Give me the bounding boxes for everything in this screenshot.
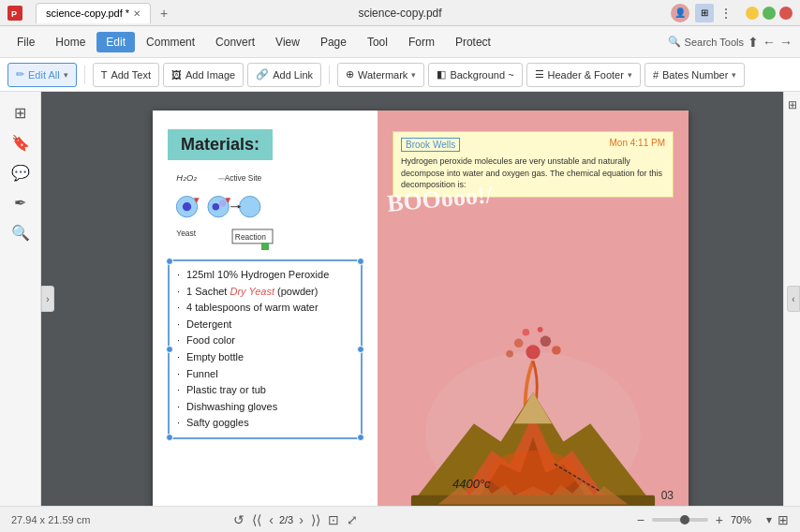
svg-point-20 bbox=[514, 338, 524, 347]
edit-all-dropdown-icon: ▾ bbox=[64, 70, 68, 80]
collapse-right-button[interactable]: ‹ bbox=[787, 286, 800, 312]
sidebar-icon-grid[interactable]: ⊞ bbox=[9, 101, 32, 124]
svg-text:Reaction: Reaction bbox=[235, 232, 266, 242]
edit-all-button[interactable]: ✏ Edit All ▾ bbox=[7, 63, 77, 87]
svg-point-12 bbox=[240, 197, 260, 217]
forward-icon[interactable]: → bbox=[779, 35, 793, 50]
sel-handle-tl[interactable] bbox=[166, 258, 173, 265]
add-text-button[interactable]: T Add Text bbox=[93, 63, 159, 87]
nav-expand-button[interactable]: ⤢ bbox=[345, 512, 360, 527]
bates-dropdown-icon: ▾ bbox=[732, 70, 736, 80]
sidebar-icon-search[interactable]: 🔍 bbox=[9, 221, 32, 244]
zoom-dropdown-icon[interactable]: ▾ bbox=[766, 513, 772, 526]
list-item: Food color bbox=[177, 332, 353, 349]
nav-prev-button[interactable]: ‹ bbox=[267, 512, 275, 527]
menu-form[interactable]: Form bbox=[399, 32, 444, 52]
nav-fit-button[interactable]: ⊡ bbox=[326, 512, 341, 527]
zoom-in-button[interactable]: + bbox=[714, 512, 725, 527]
sidebar-icon-bookmark[interactable]: 🔖 bbox=[9, 131, 32, 154]
menu-tool[interactable]: Tool bbox=[358, 32, 397, 52]
search-icon: 🔍 bbox=[668, 36, 681, 48]
page-right: Brook Wells Mon 4:11 PM Hydrogen peroxid… bbox=[378, 111, 689, 506]
svg-text:Yeast: Yeast bbox=[176, 229, 196, 238]
active-tab[interactable]: science-copy.pdf * ✕ bbox=[36, 3, 151, 23]
menu-bar: File Home Edit Comment Convert View Page… bbox=[0, 26, 800, 58]
menu-file[interactable]: File bbox=[7, 32, 44, 52]
svg-point-27 bbox=[488, 451, 578, 495]
sel-handle-ml[interactable] bbox=[166, 346, 173, 353]
main-area: ⊞ 🔖 💬 ✒ 🔍 › Materials: H₂O₂ bbox=[0, 92, 800, 506]
header-footer-button[interactable]: ☰ Header & Footer ▾ bbox=[526, 63, 641, 87]
window-controls: 👤 ⊞ ⋮ bbox=[671, 4, 793, 22]
more-options-icon[interactable]: ⋮ bbox=[719, 6, 733, 21]
watermark-dropdown-icon: ▾ bbox=[411, 70, 416, 80]
zoom-slider-thumb[interactable] bbox=[680, 515, 689, 525]
user-avatar: 👤 bbox=[671, 4, 689, 22]
menu-edit[interactable]: Edit bbox=[96, 32, 135, 52]
materials-list: 125ml 10% Hydrogen Peroxide 1 Sachet Dry… bbox=[177, 267, 353, 432]
collapse-left-button[interactable]: › bbox=[41, 286, 54, 312]
nav-prev-prev-button[interactable]: ⟨⟨ bbox=[250, 512, 263, 527]
zoom-out-button[interactable]: − bbox=[635, 512, 646, 527]
sel-handle-br[interactable] bbox=[357, 434, 364, 441]
share-icon[interactable]: ⬆ bbox=[748, 35, 759, 50]
sidebar-icon-comment[interactable]: 💬 bbox=[9, 161, 32, 184]
new-tab-button[interactable]: + bbox=[155, 4, 173, 22]
svg-point-10 bbox=[219, 200, 226, 206]
svg-point-24 bbox=[523, 329, 530, 336]
menu-home[interactable]: Home bbox=[46, 32, 95, 52]
window-title: science-copy.pdf bbox=[358, 7, 441, 20]
tab-area: science-copy.pdf * ✕ + bbox=[36, 3, 173, 23]
ext-icons: ⬆ ← → bbox=[748, 35, 793, 50]
add-image-button[interactable]: 🖼 Add Image bbox=[163, 63, 244, 87]
maximize-button[interactable] bbox=[763, 7, 776, 20]
background-button[interactable]: ◧ Background ~ bbox=[428, 63, 522, 87]
fit-page-icon[interactable]: ⊞ bbox=[778, 512, 789, 527]
svg-point-19 bbox=[526, 345, 540, 359]
list-item: Detergent bbox=[177, 317, 353, 333]
nav-next-next-button[interactable]: ⟩⟩ bbox=[309, 512, 322, 527]
sidebar-icon-pen[interactable]: ✒ bbox=[9, 191, 32, 214]
minimize-button[interactable] bbox=[746, 7, 759, 20]
toolbar: ✏ Edit All ▾ T Add Text 🖼 Add Image 🔗 Ad… bbox=[0, 58, 800, 92]
nav-first-button[interactable]: ↺ bbox=[231, 512, 246, 527]
menu-protect[interactable]: Protect bbox=[446, 32, 500, 52]
tab-close-icon[interactable]: ✕ bbox=[133, 8, 141, 19]
bates-icon: # bbox=[653, 69, 659, 81]
add-link-icon: 🔗 bbox=[256, 68, 269, 81]
h2o2-svg: H₂O₂ Active Site bbox=[168, 170, 299, 249]
svg-text:H₂O₂: H₂O₂ bbox=[176, 173, 197, 183]
svg-point-6 bbox=[183, 202, 191, 211]
sel-handle-mr[interactable] bbox=[357, 346, 364, 353]
materials-list-box: 125ml 10% Hydrogen Peroxide 1 Sachet Dry… bbox=[168, 259, 363, 439]
background-icon: ◧ bbox=[437, 68, 446, 81]
add-link-button[interactable]: 🔗 Add Link bbox=[247, 63, 321, 87]
svg-point-21 bbox=[541, 336, 551, 347]
bates-number-button[interactable]: # Bates Number ▾ bbox=[644, 63, 745, 87]
sel-handle-bl[interactable] bbox=[166, 434, 173, 441]
nav-next-button[interactable]: › bbox=[297, 512, 305, 527]
status-bar: 27.94 x 21.59 cm ↺ ⟨⟨ ‹ 2/3 › ⟩⟩ ⊡ ⤢ − +… bbox=[0, 506, 800, 532]
rotate-handle[interactable] bbox=[261, 243, 269, 250]
header-footer-icon: ☰ bbox=[535, 68, 544, 81]
list-item: Safty goggles bbox=[177, 415, 353, 432]
page-left: Materials: H₂O₂ Active Site bbox=[153, 111, 378, 506]
menu-view[interactable]: View bbox=[266, 32, 309, 52]
annotation-header: Brook Wells Mon 4:11 PM bbox=[401, 138, 665, 152]
list-item: Empty bottle bbox=[177, 349, 353, 366]
title-bar-left: P science-copy.pdf * ✕ + bbox=[7, 3, 173, 23]
menu-page[interactable]: Page bbox=[311, 32, 356, 52]
search-tools[interactable]: 🔍 Search Tools bbox=[668, 36, 744, 48]
close-button[interactable] bbox=[779, 7, 793, 20]
menu-comment[interactable]: Comment bbox=[137, 32, 204, 52]
zoom-level: 70% bbox=[731, 514, 761, 525]
list-item: Plastic tray or tub bbox=[177, 382, 353, 399]
svg-point-23 bbox=[552, 346, 561, 355]
list-item: 4 tablespoons of warm water bbox=[177, 300, 353, 317]
watermark-button[interactable]: ⊕ Watermark ▾ bbox=[337, 63, 424, 87]
sel-handle-tr[interactable] bbox=[357, 258, 364, 265]
annotation-time: Mon 4:11 PM bbox=[610, 138, 665, 152]
right-sidebar-icon-1[interactable]: ⊞ bbox=[785, 97, 800, 112]
back-icon[interactable]: ← bbox=[763, 35, 776, 50]
menu-convert[interactable]: Convert bbox=[206, 32, 264, 52]
